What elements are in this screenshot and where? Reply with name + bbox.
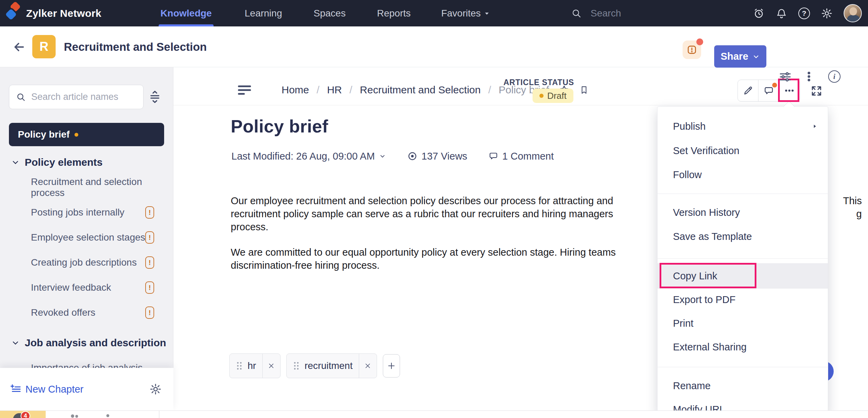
activity-clock-icon[interactable] [753,8,765,19]
sidebar-item-selection-stages[interactable]: Employee selection stages ! [0,225,173,250]
chevron-down-icon [12,339,19,347]
bottom-taskbar: 4 [0,410,868,418]
toggle-sidebar-icon[interactable] [238,85,251,95]
breadcrumb-home[interactable]: Home [282,84,309,96]
new-chapter-button[interactable]: New Chapter [10,384,83,395]
menu-item-follow[interactable]: Follow [658,163,828,187]
person-icon[interactable] [103,413,113,418]
space-header-bar: R Recruitment and Selection Share i [0,26,868,67]
remove-tag-icon[interactable] [359,354,377,378]
add-tag-button[interactable] [383,354,400,378]
user-avatar[interactable] [844,4,862,22]
drag-handle-icon[interactable] [293,361,300,370]
tab-favorites[interactable]: Favorites [441,0,490,26]
menu-item-external-sharing[interactable]: External Sharing [658,335,828,359]
views-icon [407,151,418,161]
tag-chip-recruitment: recruitment [286,353,377,378]
article-tree: Policy elements Recruitment and selectio… [0,150,173,380]
top-nav-bar: Zylker Network Knowledge Learning Spaces… [0,0,868,26]
space-title: Recruitment and Selection [64,26,207,67]
menu-item-print[interactable]: Print [658,311,828,335]
menu-item-copy-link[interactable]: Copy Link [658,264,828,288]
sidebar-item-posting-jobs[interactable]: Posting jobs internally ! [0,200,173,225]
alert-badge-icon: ! [145,256,154,269]
alert-badge-icon: ! [145,206,154,219]
info-icon[interactable]: i [828,70,841,83]
fullscreen-expand-icon[interactable] [810,85,823,97]
page-title: Policy brief [231,116,328,137]
submenu-arrow-icon [812,124,818,129]
space-avatar-tile[interactable]: R [32,35,56,58]
status-badge[interactable]: Draft [533,89,573,103]
comments-button[interactable] [758,80,779,101]
remove-tag-icon[interactable] [262,354,280,378]
chevron-down-icon [484,10,490,16]
brand-name: Zylker Network [26,0,101,26]
notifications-bell-icon[interactable] [776,8,787,19]
share-button[interactable]: Share [714,45,766,68]
taskbar-divider [159,411,159,418]
chevron-down-icon [379,153,386,160]
pending-alert-icon[interactable] [683,40,701,59]
draft-dot [75,133,78,137]
last-modified-dropdown[interactable]: Last Modified: 26 Aug, 09:00 AM [231,151,386,162]
tab-knowledge[interactable]: Knowledge [160,0,212,26]
tab-learning[interactable]: Learning [245,0,282,26]
article-meta-row: Last Modified: 26 Aug, 09:00 AM 137 View… [231,148,554,164]
chevron-down-icon [12,159,19,166]
sort-articles-icon[interactable] [148,90,162,104]
sidebar-item-interview-feedback[interactable]: Interview feedback ! [0,275,173,300]
menu-item-set-verification[interactable]: Set Verification [658,139,828,163]
more-vertical-icon[interactable] [802,70,815,83]
comment-notification-dot [772,83,777,88]
comments-count[interactable]: 1 Comment [489,151,554,162]
comment-icon [489,151,498,161]
tab-reports[interactable]: Reports [377,0,411,26]
tags-row: hr recruitment [229,353,400,378]
active-tab-underline [159,24,214,26]
global-search[interactable]: Search [571,0,621,26]
notification-dot [696,38,703,45]
tag-chip-hr: hr [229,353,281,378]
more-options-menu: Publish Set Verification Follow Version … [657,106,828,414]
sidebar-item-policy-brief-active[interactable]: Policy brief [9,123,164,146]
sidebar-item-recruitment-process[interactable]: Recruitment and selection process [0,175,173,200]
menu-item-rename[interactable]: Rename [658,374,828,398]
article-status-label: ARTICLE STATUS [503,78,574,87]
settings-gear-icon[interactable] [821,8,833,19]
breadcrumb-hr[interactable]: HR [327,84,342,96]
article-search-input[interactable] [31,92,134,102]
taskbar-active-section[interactable]: 4 [0,411,46,418]
alert-badge-icon: ! [145,231,154,244]
sidebar-item-job-descriptions[interactable]: Creating job descriptions ! [0,250,173,275]
breadcrumb-space[interactable]: Recruitment and Selection [360,84,481,96]
display-settings-icon[interactable] [779,70,792,83]
chevron-down-icon [752,53,760,60]
menu-divider [658,258,828,259]
menu-divider [658,367,828,367]
edit-pencil-button[interactable] [738,80,758,101]
menu-item-save-as-template[interactable]: Save as Template [658,224,828,248]
help-icon[interactable]: ? [798,8,810,19]
search-icon [571,8,582,19]
section-policy-elements[interactable]: Policy elements [0,150,173,175]
menu-item-export-to-pdf[interactable]: Export to PDF [658,288,828,312]
sidebar-item-revoked-offers[interactable]: Revoked offers ! [0,300,173,325]
plus-icon [387,361,396,370]
chapter-settings-gear-icon[interactable] [149,383,162,395]
menu-item-publish[interactable]: Publish [658,114,828,138]
back-arrow-button[interactable] [12,40,25,54]
article-search-box[interactable] [9,85,144,109]
drag-handle-icon[interactable] [236,361,243,370]
views-count: 137 Views [407,151,467,162]
taskbar-count-badge: 4 [21,411,30,418]
section-job-analysis[interactable]: Job analysis and description [0,330,173,355]
draft-dot [539,94,544,98]
alert-badge-icon: ! [145,306,154,319]
tab-spaces[interactable]: Spaces [313,0,345,26]
sidebar-footer: New Chapter [0,368,173,410]
menu-item-version-history[interactable]: Version History [658,200,828,224]
add-chapter-icon [10,384,21,395]
bookmark-icon[interactable] [579,85,589,95]
people-icon[interactable] [69,413,80,418]
